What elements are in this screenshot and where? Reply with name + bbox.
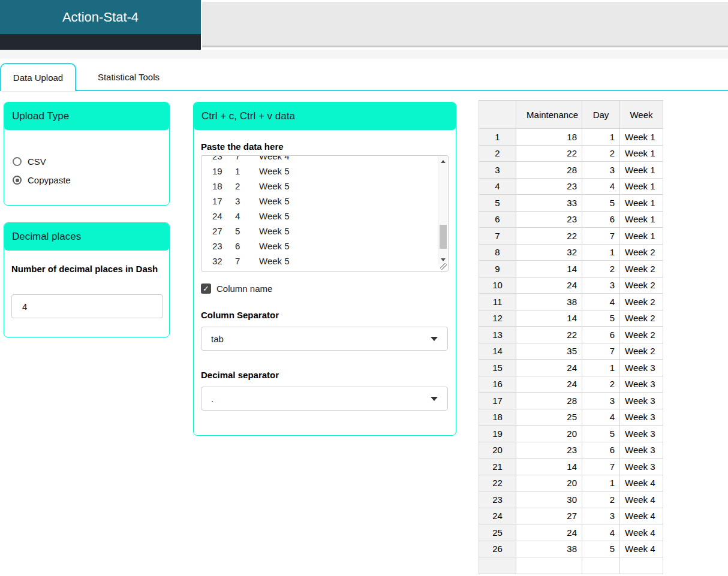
cell-day: 6 (582, 327, 620, 343)
cell-maintenance: 18 (516, 129, 582, 146)
radio-copypaste-icon[interactable] (13, 176, 22, 185)
tab-data-upload[interactable]: Data Upload (0, 63, 76, 91)
textarea-line: 244Week 5 (212, 209, 448, 224)
column-name-label: Column name (216, 284, 272, 294)
decimal-places-card: Decimal places Number of decimal places … (4, 222, 170, 337)
decimal-separator-select[interactable]: . (201, 387, 448, 411)
table-row: 11 38 4 Week 2 (479, 294, 663, 310)
table-row: 17 28 3 Week 3 (479, 393, 663, 409)
upload-type-card-header: Upload Type (4, 102, 169, 130)
decimal-places-label: Number of decimal places in Dash (11, 261, 161, 276)
cell-index: 6 (479, 211, 516, 228)
paste-here-label: Paste the data here (201, 141, 284, 152)
cell-week: Week 4 (620, 541, 663, 557)
column-separator-label: Column Separator (201, 310, 279, 320)
cell-index: 7 (479, 228, 516, 245)
cell-maintenance: 33 (516, 195, 582, 212)
cell-day: 3 (582, 508, 620, 524)
checkbox-checked-icon[interactable]: ✓ (201, 284, 211, 294)
cell-week: Week 1 (620, 129, 663, 146)
cell-index: 18 (479, 409, 516, 426)
radio-csv-icon[interactable] (13, 157, 22, 166)
header-day: Day (582, 101, 620, 129)
cell-day: 2 (582, 491, 620, 508)
cell-day: 5 (582, 310, 620, 327)
tab-statistical-tools[interactable]: Statistical Tools (76, 63, 181, 91)
cell-week: Week 3 (620, 376, 663, 393)
cell-maintenance: 28 (516, 393, 582, 409)
radio-option-copypaste[interactable]: Copypaste (13, 175, 71, 185)
cell-day: 6 (582, 211, 620, 228)
decimal-places-input[interactable]: 4 (11, 294, 163, 318)
table-row: 14 35 7 Week 2 (479, 343, 663, 360)
decimal-places-card-header: Decimal places (4, 223, 169, 251)
cell-index: 14 (479, 343, 516, 360)
cell-index: 11 (479, 294, 516, 310)
cell-week: Week 1 (620, 195, 663, 212)
cell-maintenance: 25 (516, 409, 582, 426)
cell-week: Week 1 (620, 228, 663, 245)
cell-index: 20 (479, 442, 516, 459)
table-body: 1 18 1 Week 1 2 22 2 Week 1 3 28 3 Week … (479, 129, 663, 574)
table-row: 22 20 1 Week 4 (479, 475, 663, 491)
cell-day: 1 (582, 360, 620, 376)
textarea-content: 237Week 4 191Week 5 182Week 5 173Week 5 … (201, 155, 448, 269)
cell-maintenance (516, 557, 582, 574)
table-row: 9 14 2 Week 2 (479, 261, 663, 278)
scrollbar-thumb[interactable] (440, 225, 447, 249)
resize-grip-icon[interactable] (440, 263, 447, 270)
cell-index: 2 (479, 145, 516, 162)
cell-maintenance: 30 (516, 491, 582, 508)
cell-week: Week 2 (620, 261, 663, 278)
table-row: 10 24 3 Week 2 (479, 277, 663, 294)
cell-index: 1 (479, 129, 516, 146)
paste-data-textarea[interactable]: 237Week 4 191Week 5 182Week 5 173Week 5 … (201, 155, 449, 272)
cell-maintenance: 14 (516, 310, 582, 327)
table-header-row: Maintenance Day Week (479, 101, 663, 129)
paste-data-card-header: Ctrl + c, Ctrl + v data (194, 102, 456, 130)
header-gray-panel (202, 2, 728, 47)
table-row: 25 24 4 Week 4 (479, 524, 663, 541)
cell-maintenance: 23 (516, 211, 582, 228)
cell-maintenance: 23 (516, 442, 582, 459)
cell-day: 1 (582, 244, 620, 261)
cell-week: Week 4 (620, 508, 663, 524)
textarea-scrollbar[interactable] (438, 156, 447, 264)
table-row: 6 23 6 Week 1 (479, 211, 663, 228)
cell-maintenance: 22 (516, 327, 582, 343)
cell-maintenance: 24 (516, 524, 582, 541)
radio-csv-label: CSV (28, 156, 46, 167)
cell-week: Week 4 (620, 475, 663, 491)
cell-day: 4 (582, 178, 620, 195)
table-row: 7 22 7 Week 1 (479, 228, 663, 245)
cell-week: Week 4 (620, 524, 663, 541)
header-maintenance: Maintenance (516, 101, 582, 129)
cell-index: 13 (479, 327, 516, 343)
data-table: Maintenance Day Week 1 18 1 Week 1 2 22 … (479, 100, 663, 574)
cell-maintenance: 32 (516, 244, 582, 261)
radio-copypaste-label: Copypaste (28, 175, 71, 185)
cell-week: Week 3 (620, 409, 663, 426)
cell-day: 2 (582, 376, 620, 393)
table-row: 23 30 2 Week 4 (479, 491, 663, 508)
decimal-places-title: Decimal places (12, 231, 81, 243)
column-separator-select[interactable]: tab (201, 327, 448, 351)
cell-index: 21 (479, 459, 516, 475)
table-row: 13 22 6 Week 2 (479, 327, 663, 343)
cell-index: 15 (479, 360, 516, 376)
cell-week: Week 3 (620, 442, 663, 459)
cell-day: 4 (582, 294, 620, 310)
cell-maintenance: 27 (516, 508, 582, 524)
cell-index (479, 557, 516, 574)
radio-option-csv[interactable]: CSV (13, 156, 46, 167)
scroll-up-icon[interactable] (438, 156, 448, 166)
column-name-checkbox-row[interactable]: ✓ Column name (201, 284, 272, 294)
cell-week: Week 1 (620, 145, 663, 162)
cell-day (582, 557, 620, 574)
cell-maintenance: 24 (516, 376, 582, 393)
cell-index: 22 (479, 475, 516, 491)
cell-maintenance: 38 (516, 294, 582, 310)
table-row: 20 23 6 Week 3 (479, 442, 663, 459)
cell-week: Week 1 (620, 211, 663, 228)
upload-type-card: Upload Type CSV Copypaste (4, 102, 170, 206)
